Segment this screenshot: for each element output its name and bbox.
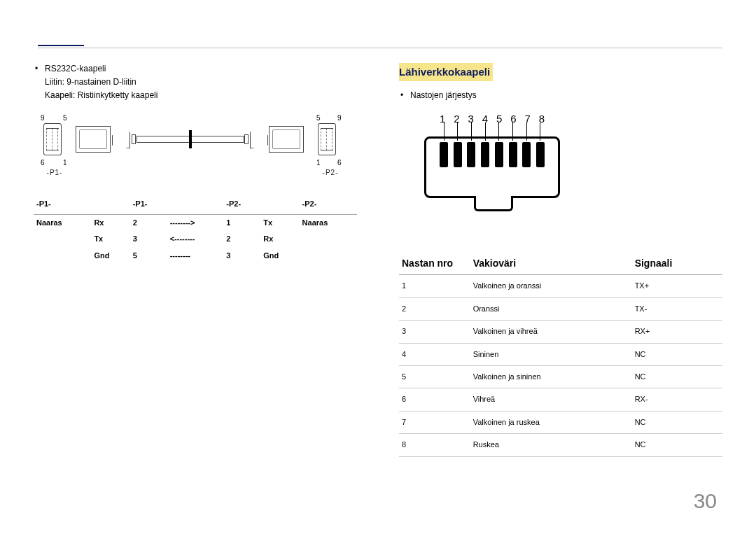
connector-right-icon — [269, 126, 304, 153]
rs232c-line2: Kaapeli: Ristiinkytketty kaapeli — [45, 90, 357, 101]
cell: 3 — [399, 321, 470, 343]
pin-label-9: 9 — [41, 113, 45, 123]
cell: NC — [632, 411, 722, 433]
cell: Tx — [91, 231, 130, 247]
th-color: Vakioväri — [470, 250, 632, 275]
cell: Oranssi — [470, 297, 632, 320]
cell: 6 — [399, 388, 470, 411]
strain-relief-right-icon — [250, 132, 268, 148]
accent-rule — [38, 45, 84, 46]
cell: Naaras — [34, 214, 91, 231]
cable-center-mark-icon — [189, 130, 192, 148]
cell: <-------- — [167, 231, 224, 247]
cell: RX+ — [632, 321, 722, 343]
cell: Ruskea — [470, 434, 632, 456]
cell: RX- — [632, 388, 722, 411]
cell: Tx — [260, 214, 299, 231]
rs232c-line1: Liitin: 9-nastainen D-liitin — [45, 76, 357, 88]
cell: Valkoinen ja oranssi — [470, 275, 632, 297]
cell: 5 — [130, 248, 167, 264]
page-number: 30 — [694, 486, 717, 516]
th-p2b: -P2- — [300, 195, 357, 214]
db9-left-icon — [43, 123, 62, 155]
th-p1b: -P1- — [130, 195, 167, 214]
cell — [300, 231, 357, 247]
db9-right-icon — [318, 123, 336, 155]
table-row: 2OranssiTX- — [399, 297, 722, 320]
cell: 3 — [223, 248, 260, 264]
lan-pin-table: Nastan nro Vakioväri Signaali 1Valkoinen… — [399, 250, 722, 457]
cell: 7 — [399, 411, 470, 433]
cell: -------- — [167, 248, 224, 264]
pin-label-6b: 6 — [337, 158, 342, 168]
table-row: 7Valkoinen ja ruskeaNC — [399, 411, 722, 433]
pin-label-6: 6 — [41, 158, 45, 168]
table-row: 3Valkoinen ja vihreäRX+ — [399, 321, 722, 343]
table-row: 5Valkoinen ja sininenNC — [399, 365, 722, 388]
cell: Sininen — [470, 343, 632, 365]
rs232c-pin-table: -P1- -P1- -P2- -P2- Naaras Rx 2 --------… — [34, 195, 357, 264]
cell: TX+ — [632, 275, 722, 297]
lan-bullet: •Nastojen järjestys — [400, 90, 722, 101]
cell: Valkoinen ja ruskea — [470, 411, 632, 433]
lan-section-title: Lähiverkkokaapeli — [399, 63, 493, 81]
connector-left-icon — [76, 126, 111, 153]
cell: Valkoinen ja sininen — [470, 365, 632, 388]
table-row: 8RuskeaNC — [399, 434, 722, 456]
cell: Vihreä — [470, 388, 632, 411]
cell: Valkoinen ja vihreä — [470, 321, 632, 343]
pin-label-1b: 1 — [316, 158, 321, 168]
right-column: Lähiverkkokaapeli •Nastojen järjestys 1 … — [399, 63, 722, 457]
cell: NC — [632, 365, 722, 388]
cell: TX- — [632, 297, 722, 320]
cell: 2 — [130, 214, 167, 231]
cell: 5 — [399, 365, 470, 388]
cell — [34, 231, 91, 247]
th-signal: Signaali — [632, 250, 722, 275]
cell: Rx — [91, 214, 130, 231]
cell: Naaras — [300, 214, 357, 231]
th-pin-no: Nastan nro — [399, 250, 470, 275]
cell: Gnd — [260, 248, 299, 264]
cell: 1 — [399, 275, 470, 297]
horizontal-rule — [38, 48, 722, 48]
rj45-tab-icon — [474, 196, 513, 211]
th-p1a: -P1- — [34, 195, 91, 214]
cell — [34, 248, 91, 264]
cell: Rx — [260, 231, 299, 247]
cell: 4 — [399, 343, 470, 365]
table-row: Gnd 5 -------- 3 Gnd — [34, 248, 357, 264]
cell: 2 — [223, 231, 260, 247]
sub-p1: -P1- — [41, 168, 69, 178]
rs232c-bullet: •RS232C-kaapeli — [35, 63, 357, 75]
collar-right-icon — [244, 134, 248, 144]
table-row: Naaras Rx 2 --------> 1 Tx Naaras — [34, 214, 357, 231]
table-row: 4SininenNC — [399, 343, 722, 365]
cell: 8 — [399, 434, 470, 456]
table-row: Tx 3 <-------- 2 Rx — [34, 231, 357, 247]
cell: Gnd — [91, 248, 130, 264]
strain-relief-left-icon — [112, 132, 130, 148]
cell: 1 — [223, 214, 260, 231]
left-column: •RS232C-kaapeli Liitin: 9-nastainen D-li… — [34, 63, 357, 457]
collar-left-icon — [132, 134, 136, 144]
table-row: 6VihreäRX- — [399, 388, 722, 411]
pin-label-5: 5 — [63, 113, 67, 123]
pin-label-1: 1 — [63, 158, 67, 168]
cable-diagram: 9 5 6 1 5 9 1 6 -P1- -P2- — [34, 111, 342, 188]
rs232c-title: RS232C-kaapeli — [45, 64, 106, 73]
rj45-body-icon — [424, 136, 560, 198]
cell: 3 — [130, 231, 167, 247]
sub-p2: -P2- — [316, 168, 344, 178]
cell: NC — [632, 434, 722, 456]
pin-label-9b: 9 — [337, 113, 342, 123]
cell — [300, 248, 357, 264]
lan-bullet-text: Nastojen järjestys — [410, 90, 477, 100]
table-row: 1Valkoinen ja oranssiTX+ — [399, 275, 722, 297]
rj45-diagram: 1 2 3 4 5 6 7 8 — [424, 111, 564, 230]
cell: NC — [632, 343, 722, 365]
cell: --------> — [167, 214, 224, 231]
pin-label-5b: 5 — [316, 113, 321, 123]
cell: 2 — [399, 297, 470, 320]
th-p2a: -P2- — [223, 195, 260, 214]
